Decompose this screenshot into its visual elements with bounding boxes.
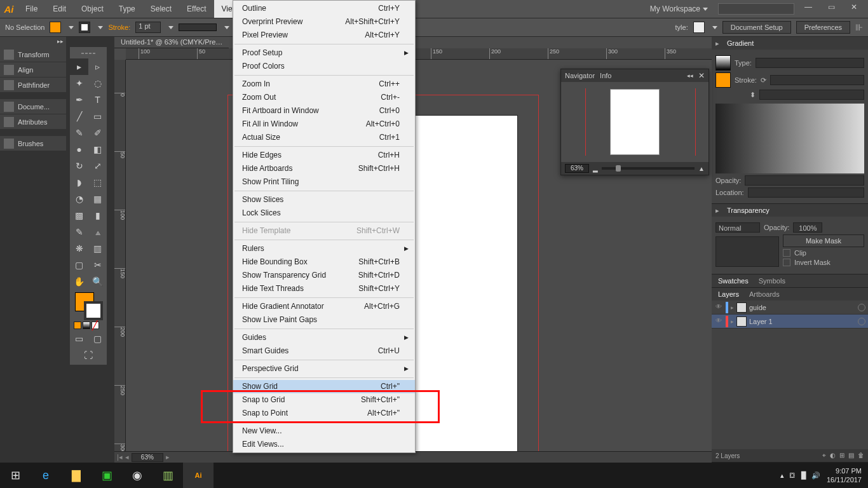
color-mode-none[interactable]: ╱: [92, 322, 99, 329]
toolbox-grip[interactable]: [70, 48, 107, 58]
invert-mask-checkbox[interactable]: [783, 259, 790, 266]
preferences-button[interactable]: Preferences: [796, 21, 850, 34]
background-color[interactable]: [84, 301, 103, 320]
menu-item-actual-size[interactable]: Actual SizeCtrl+1: [233, 131, 415, 144]
menu-item-fit-all-in-window[interactable]: Fit All in WindowAlt+Ctrl+0: [233, 118, 415, 131]
menu-item-fit-artboard-in-window[interactable]: Fit Artboard in WindowCtrl+0: [233, 104, 415, 118]
layer-new-icon[interactable]: ▤: [848, 452, 854, 459]
tray-dropbox-icon[interactable]: ⛋: [789, 471, 796, 479]
shape-builder-tool[interactable]: ◔: [70, 191, 88, 207]
document-tab[interactable]: Untitled-1* @ 63% (CMYK/Pre…: [114, 37, 229, 48]
expand-icon[interactable]: ▸: [731, 318, 734, 325]
clip-checkbox[interactable]: [783, 249, 790, 257]
navigator-zoom[interactable]: 63%: [565, 164, 589, 173]
rotate-tool[interactable]: ↻: [70, 158, 88, 174]
tray-up-icon[interactable]: ▴: [780, 471, 784, 480]
pencil-tool[interactable]: ✐: [88, 125, 107, 141]
menu-item-hide-artboards[interactable]: Hide ArtboardsShift+Ctrl+H: [233, 162, 415, 175]
opacity-input[interactable]: 100%: [793, 222, 822, 233]
info-tab[interactable]: Info: [600, 72, 611, 79]
panel-collapse-icon[interactable]: ▸: [715, 39, 719, 48]
direct-selection-tool[interactable]: ▹: [88, 58, 107, 75]
gradient-preview[interactable]: [715, 104, 864, 173]
menu-item-pixel-preview[interactable]: Pixel PreviewAlt+Ctrl+Y: [233, 29, 415, 42]
menu-item-snap-to-point[interactable]: Snap to PointAlt+Ctrl+": [233, 407, 415, 420]
scale-tool[interactable]: ⤢: [88, 158, 107, 174]
menu-item-show-grid[interactable]: Show GridCtrl+": [233, 380, 415, 393]
start-button[interactable]: ⊞: [0, 463, 31, 488]
menu-item-overprint-preview[interactable]: Overprint PreviewAlt+Shift+Ctrl+Y: [233, 15, 415, 29]
ruler-vertical[interactable]: 050100150200250300: [114, 60, 126, 451]
gradient-tool[interactable]: ▮: [88, 207, 107, 224]
menu-effect[interactable]: Effect: [179, 0, 214, 18]
gradient-location-input[interactable]: [748, 187, 864, 198]
blend-tool[interactable]: ⟁: [88, 224, 107, 240]
menu-item-new-view-[interactable]: New View...: [233, 424, 415, 438]
menu-item-show-transparency-grid[interactable]: Show Transparency GridShift+Ctrl+D: [233, 269, 415, 282]
panel-tab-attributes[interactable]: Attributes: [0, 114, 66, 130]
layer-row[interactable]: 👁▸guide: [712, 301, 868, 315]
workspace-switcher[interactable]: My Workspace: [645, 4, 713, 13]
blob-brush-tool[interactable]: ●: [70, 141, 88, 158]
rectangle-tool[interactable]: ▭: [88, 108, 107, 125]
gradient-type-select[interactable]: [756, 58, 864, 68]
maximize-button[interactable]: ▭: [822, 3, 840, 15]
pen-tool[interactable]: ✒: [70, 92, 88, 108]
zoom-out-icon[interactable]: ▂: [593, 165, 598, 172]
panel-close-icon[interactable]: ✕: [698, 71, 705, 80]
panel-collapse-icon[interactable]: ▸: [715, 207, 719, 215]
artboard-tool[interactable]: ▢: [70, 257, 88, 273]
panel-tab-transform[interactable]: Transform: [0, 47, 66, 62]
stroke-weight-input[interactable]: 1 pt: [135, 22, 161, 33]
menu-item-show-live-paint-gaps[interactable]: Show Live Paint Gaps: [233, 313, 415, 327]
illustrator-task-icon[interactable]: Ai: [183, 463, 214, 488]
style-swatch[interactable]: [693, 22, 705, 33]
panel-collapse-icon[interactable]: ◂◂: [687, 72, 693, 79]
make-mask-button[interactable]: Make Mask: [783, 234, 864, 247]
transparency-tab[interactable]: Transparency: [724, 205, 772, 215]
chrome-icon[interactable]: ◉: [122, 463, 153, 488]
layer-mask-icon[interactable]: ◐: [830, 452, 836, 459]
paintbrush-tool[interactable]: ✎: [70, 125, 88, 141]
gradient-angle-input[interactable]: [770, 75, 864, 85]
navigator-preview[interactable]: [561, 82, 709, 162]
navigator-panel[interactable]: Navigator Info ◂◂ ✕ 63% ▂ ▲: [560, 69, 709, 175]
slice-tool[interactable]: ✂: [88, 257, 107, 273]
menu-item-lock-slices[interactable]: Lock Slices: [233, 207, 415, 220]
eyedropper-tool[interactable]: ✎: [70, 224, 88, 240]
color-mode-fill[interactable]: [74, 322, 81, 329]
expand-icon[interactable]: ▸: [731, 304, 734, 311]
lasso-tool[interactable]: ◌: [88, 75, 107, 92]
magic-wand-tool[interactable]: ✦: [70, 75, 88, 92]
menu-item-show-slices[interactable]: Show Slices: [233, 193, 415, 207]
panel-tab-docume-[interactable]: Docume...: [0, 99, 66, 114]
symbols-tab[interactable]: Symbols: [756, 276, 788, 286]
free-transform-tool[interactable]: ⬚: [88, 174, 107, 191]
menu-item-hide-bounding-box[interactable]: Hide Bounding BoxShift+Ctrl+B: [233, 255, 415, 269]
menu-item-hide-edges[interactable]: Hide EdgesCtrl+H: [233, 149, 415, 162]
selection-tool[interactable]: ▸: [70, 58, 88, 75]
screen-mode-full[interactable]: ▢: [88, 330, 107, 347]
menu-item-perspective-grid[interactable]: Perspective Grid▶: [233, 362, 415, 376]
graph-tool[interactable]: ▥: [88, 240, 107, 257]
blend-mode-select[interactable]: Normal: [715, 222, 760, 233]
search-input[interactable]: [718, 3, 794, 15]
menu-type[interactable]: Type: [111, 0, 143, 18]
menu-item-zoom-out[interactable]: Zoom OutCtrl+-: [233, 91, 415, 104]
menu-item-proof-colors[interactable]: Proof Colors: [233, 60, 415, 73]
menu-item-proof-setup[interactable]: Proof Setup▶: [233, 46, 415, 60]
target-icon[interactable]: [858, 318, 865, 325]
screen-mode-toggle[interactable]: ⛶: [70, 347, 107, 363]
gradient-color-thumb[interactable]: [715, 72, 731, 88]
menu-object[interactable]: Object: [74, 0, 111, 18]
color-mode-gradient[interactable]: [83, 322, 90, 329]
zoom-in-icon[interactable]: ▲: [698, 165, 705, 172]
visibility-icon[interactable]: 👁: [714, 303, 723, 312]
panel-tab-pathfinder[interactable]: Pathfinder: [0, 78, 66, 93]
gradient-tab[interactable]: Gradient: [724, 38, 756, 48]
close-button[interactable]: ✕: [845, 3, 863, 15]
swatches-tab[interactable]: Swatches: [715, 276, 751, 286]
store-icon[interactable]: ▣: [92, 463, 122, 488]
color-swatches[interactable]: [70, 290, 107, 320]
zoom-tool[interactable]: 🔍: [88, 273, 107, 290]
